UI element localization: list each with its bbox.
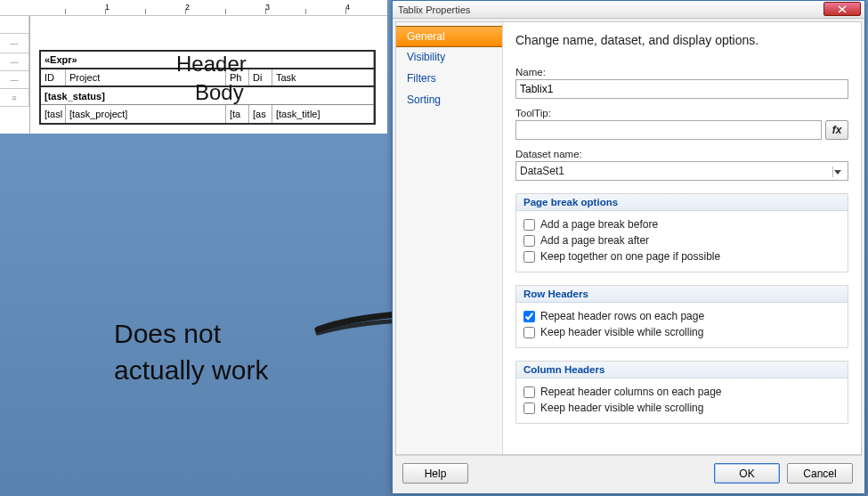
tooltip-input[interactable]	[515, 120, 822, 140]
dialog-button-bar: Help OK Cancel	[395, 455, 862, 491]
dataset-label: Dataset name:	[515, 149, 848, 159]
group-page-break: Page break options Add a page break befo…	[515, 193, 848, 272]
check-keep-header-visible-scroll-rows[interactable]: Keep header visible while scrolling	[523, 324, 840, 340]
sidebar-item-visibility[interactable]: Visibility	[396, 47, 502, 69]
chevron-down-icon	[834, 170, 841, 175]
horizontal-ruler: 1 2 3 4	[0, 0, 387, 16]
check-repeat-header-rows[interactable]: Repeat header rows on each page	[523, 308, 840, 324]
name-label: Name:	[515, 67, 848, 77]
sidebar-item-general[interactable]: General	[396, 26, 502, 47]
check-page-break-before[interactable]: Add a page break before	[523, 216, 840, 232]
name-input[interactable]	[515, 79, 848, 99]
annotation-does-not-work: Does not actually work	[114, 316, 268, 388]
body-row[interactable]: [tasl [task_project] [ta [as [task_title…	[41, 105, 374, 123]
dialog-sidebar: General Visibility Filters Sorting	[396, 22, 503, 454]
fx-button[interactable]: fx	[825, 120, 848, 140]
help-button[interactable]: Help	[402, 463, 468, 484]
check-repeat-header-columns[interactable]: Repeat header columns on each page	[523, 384, 840, 400]
annotation-header: Header	[176, 52, 247, 77]
close-button[interactable]	[823, 2, 861, 16]
row-gutter: — ——≡	[0, 16, 30, 134]
tooltip-label: ToolTip:	[515, 108, 848, 118]
ok-button[interactable]: OK	[714, 463, 780, 484]
sidebar-item-filters[interactable]: Filters	[396, 69, 502, 90]
dialog-main: Change name, dataset, and display option…	[503, 22, 861, 454]
cancel-button[interactable]: Cancel	[787, 463, 853, 484]
check-keep-header-visible-scroll-cols[interactable]: Keep header visible while scrolling	[523, 400, 840, 416]
intro-text: Change name, dataset, and display option…	[515, 33, 848, 47]
dialog-titlebar[interactable]: Tablix Properties	[393, 1, 864, 19]
annotation-body: Body	[195, 80, 244, 105]
tablix-properties-dialog: Tablix Properties General Visibility Fil…	[392, 0, 865, 494]
dataset-combo[interactable]: DataSet1	[515, 161, 848, 181]
group-column-headers: Column Headers Repeat header columns on …	[515, 361, 848, 424]
group-row-headers: Row Headers Repeat header rows on each p…	[515, 285, 848, 348]
dialog-title: Tablix Properties	[398, 4, 470, 15]
check-keep-together[interactable]: Keep together on one page if possible	[523, 248, 840, 264]
sidebar-item-sorting[interactable]: Sorting	[396, 90, 502, 111]
close-icon	[838, 5, 847, 13]
check-page-break-after[interactable]: Add a page break after	[523, 232, 840, 248]
